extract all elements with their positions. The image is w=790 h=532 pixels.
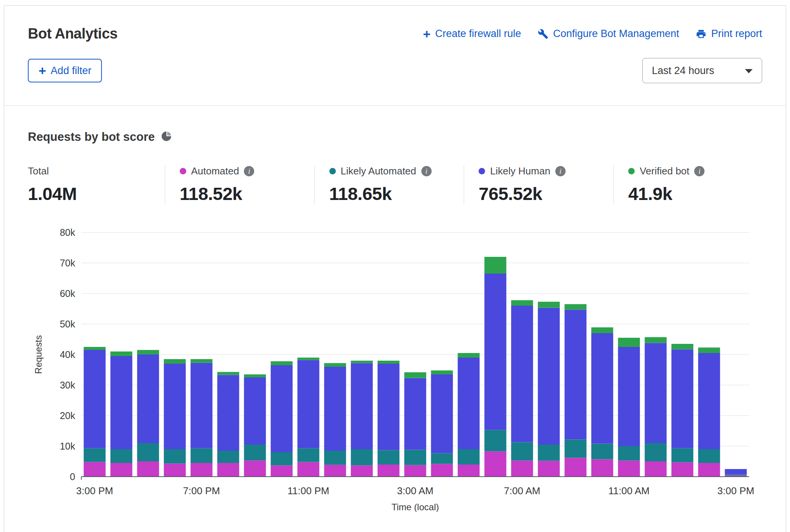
svg-text:0: 0 bbox=[70, 471, 75, 482]
svg-text:11:00 AM: 11:00 AM bbox=[608, 485, 650, 497]
bot-analytics-card: Bot Analytics + Create firewall rule Con… bbox=[4, 5, 786, 532]
create-firewall-rule-label: Create firewall rule bbox=[435, 28, 521, 40]
svg-text:70k: 70k bbox=[60, 258, 76, 268]
svg-text:3:00 PM: 3:00 PM bbox=[76, 485, 113, 497]
page-title: Bot Analytics bbox=[28, 26, 118, 42]
svg-text:10k: 10k bbox=[60, 441, 76, 451]
stat-likely-human-value: 765.52k bbox=[479, 183, 613, 204]
stats-row: Total 1.04M Automated i 118.52k Likely A… bbox=[28, 165, 763, 204]
print-report-label: Print report bbox=[711, 28, 762, 40]
automated-legend-dot bbox=[180, 168, 186, 174]
svg-text:80k: 80k bbox=[60, 227, 76, 238]
card-header: Bot Analytics + Create firewall rule Con… bbox=[4, 6, 786, 106]
svg-text:3:00 PM: 3:00 PM bbox=[717, 485, 755, 497]
svg-text:20k: 20k bbox=[60, 410, 76, 421]
stat-total: Total 1.04M bbox=[28, 165, 165, 204]
stat-likely-automated-label: Likely Automated bbox=[341, 165, 416, 177]
verified-bot-legend-dot bbox=[628, 168, 635, 174]
svg-text:3:00 AM: 3:00 AM bbox=[397, 485, 433, 497]
add-filter-label: Add filter bbox=[51, 65, 92, 77]
configure-bot-management-label: Configure Bot Management bbox=[553, 28, 679, 40]
print-report-link[interactable]: Print report bbox=[696, 28, 762, 40]
svg-text:11:00 PM: 11:00 PM bbox=[287, 485, 329, 497]
stat-likely-human: Likely Human i 765.52k bbox=[464, 165, 613, 204]
section-title: Requests by bot score bbox=[28, 130, 155, 144]
card-body: Requests by bot score Total 1.04M Automa… bbox=[4, 106, 786, 512]
likely-automated-legend-dot bbox=[329, 168, 336, 174]
create-firewall-rule-link[interactable]: + Create firewall rule bbox=[423, 27, 521, 40]
plus-icon: + bbox=[39, 64, 46, 77]
stat-likely-human-label: Likely Human bbox=[490, 165, 550, 177]
stat-verified-bot-value: 41.9k bbox=[628, 183, 763, 204]
plus-icon: + bbox=[423, 27, 430, 40]
svg-text:50k: 50k bbox=[60, 319, 76, 329]
header-actions: + Create firewall rule Configure Bot Man… bbox=[423, 27, 762, 40]
time-range-select[interactable]: Last 24 hours bbox=[642, 58, 762, 83]
svg-text:60k: 60k bbox=[60, 288, 76, 299]
svg-text:7:00 AM: 7:00 AM bbox=[504, 485, 540, 497]
configure-bot-management-link[interactable]: Configure Bot Management bbox=[538, 28, 679, 40]
svg-text:Time (local): Time (local) bbox=[392, 502, 439, 512]
svg-text:40k: 40k bbox=[60, 349, 76, 360]
likely-human-legend-dot bbox=[479, 168, 485, 174]
wrench-icon bbox=[538, 29, 548, 39]
info-icon[interactable]: i bbox=[555, 166, 566, 176]
add-filter-button[interactable]: + Add filter bbox=[28, 59, 102, 82]
printer-icon bbox=[696, 29, 706, 39]
info-icon[interactable]: i bbox=[694, 166, 705, 176]
time-range-value: Last 24 hours bbox=[652, 65, 714, 77]
info-icon[interactable]: i bbox=[244, 166, 254, 176]
stat-total-label: Total bbox=[28, 165, 49, 177]
stat-likely-automated: Likely Automated i 118.65k bbox=[314, 165, 464, 204]
svg-text:30k: 30k bbox=[60, 380, 76, 390]
stat-verified-bot-label: Verified bot bbox=[640, 165, 689, 177]
stat-verified-bot: Verified bot i 41.9k bbox=[613, 165, 763, 204]
svg-text:7:00 PM: 7:00 PM bbox=[183, 485, 220, 497]
stat-automated-label: Automated bbox=[191, 165, 239, 177]
pie-chart-icon bbox=[161, 131, 172, 143]
stat-likely-automated-value: 118.65k bbox=[329, 183, 464, 204]
chart-canvas[interactable]: 010k20k30k40k50k60k70k80k3:00 PM7:00 PM1… bbox=[28, 222, 772, 512]
section-heading: Requests by bot score bbox=[28, 130, 763, 144]
stat-total-value: 1.04M bbox=[28, 183, 165, 204]
chevron-down-icon bbox=[744, 65, 753, 77]
stat-automated-value: 118.52k bbox=[180, 183, 314, 204]
svg-text:Requests: Requests bbox=[33, 335, 44, 374]
requests-by-bot-score-chart[interactable]: 010k20k30k40k50k60k70k80k3:00 PM7:00 PM1… bbox=[28, 222, 763, 512]
stat-automated: Automated i 118.52k bbox=[165, 165, 314, 204]
info-icon[interactable]: i bbox=[421, 166, 432, 176]
